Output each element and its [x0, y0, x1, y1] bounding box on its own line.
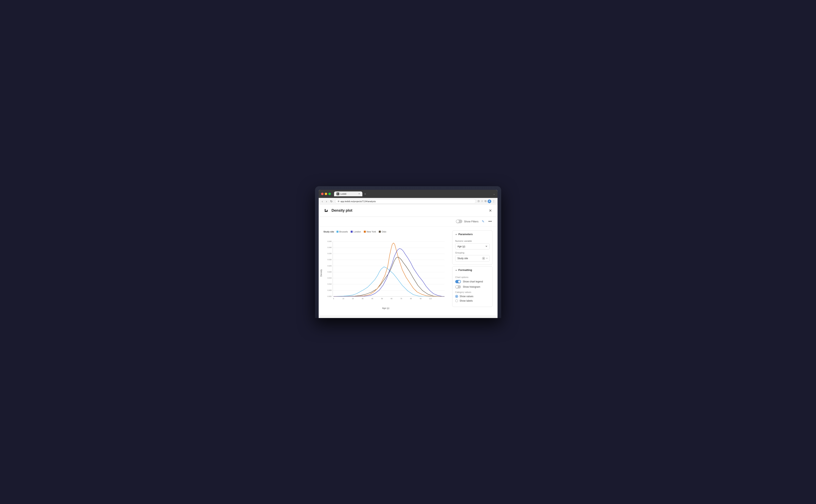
chart-legend: Study site Brussels London New York	[324, 230, 448, 233]
svg-text:0.000: 0.000	[327, 296, 332, 297]
svg-text:0.015: 0.015	[327, 277, 332, 279]
svg-text:66: 66	[391, 298, 393, 299]
address-bar-row: ‹ › ↻ ⊞ app.ledidi.no/projects/7134/anal…	[319, 198, 497, 205]
close-button[interactable]: ✕	[488, 208, 493, 214]
app-content: Density plot ✕ Show Filters ✎ •••	[319, 205, 497, 318]
svg-text:0.005: 0.005	[327, 290, 332, 291]
reload-button[interactable]: ↻	[329, 199, 334, 203]
svg-text:86: 86	[410, 298, 412, 299]
legend-color-oslo	[379, 231, 381, 233]
svg-text:0.030: 0.030	[327, 259, 332, 260]
numeric-variable-select[interactable]: Age (y)	[455, 243, 490, 249]
show-chart-legend-option: Show chart legend	[455, 280, 490, 283]
chart-area: Study site Brussels London New York	[324, 230, 448, 311]
tab-close-button[interactable]: ✕	[358, 193, 360, 195]
legend-item-oslo: Oslo	[379, 230, 386, 233]
reader-mode-icon[interactable]: ⊙	[477, 200, 480, 203]
show-labels-option[interactable]: Show labels	[455, 299, 490, 302]
svg-text:0.040: 0.040	[327, 247, 332, 248]
svg-text:0.020: 0.020	[327, 271, 332, 273]
show-labels-radio[interactable]	[455, 299, 458, 302]
density-chart: 0.000 0.005 0.010 0.015 0.020 0.025 0.03…	[324, 235, 448, 305]
toolbar: Show Filters ✎ •••	[319, 217, 497, 226]
browser-titlebar: L Ledidi ✕ + ⌄	[321, 191, 495, 198]
show-values-option[interactable]: Show values	[455, 295, 490, 298]
show-histogram-label: Show histogram	[463, 285, 480, 288]
browser-tab-active[interactable]: L Ledidi ✕	[334, 191, 362, 196]
legend-label-london: London	[354, 230, 361, 233]
filters-toggle-switch[interactable]	[456, 220, 462, 223]
svg-text:36: 36	[362, 298, 364, 299]
parameters-header[interactable]: ▲ Parameters	[452, 231, 492, 238]
menu-icon[interactable]: ⋮	[492, 200, 495, 203]
show-chart-legend-toggle[interactable]	[455, 280, 461, 283]
formatting-header[interactable]: ▲ Formatting	[452, 266, 492, 274]
show-filters-toggle[interactable]: Show Filters	[456, 220, 478, 223]
svg-text:26: 26	[352, 298, 354, 299]
legend-title: Study site	[324, 230, 334, 233]
show-histogram-option: Show histogram	[455, 285, 490, 288]
formatting-section: ▲ Formatting Chart options Show chart le…	[452, 266, 493, 307]
traffic-light-minimize[interactable]	[325, 193, 327, 195]
laptop-frame: L Ledidi ✕ + ⌄ ‹ › ↻ ⊞ app.ledidi.no/pro…	[315, 186, 501, 318]
y-axis-label: Density	[320, 269, 322, 277]
svg-text:96: 96	[420, 298, 422, 299]
traffic-light-maximize[interactable]	[328, 193, 331, 195]
grouping-value: Study site	[457, 257, 481, 260]
forward-button[interactable]: ›	[325, 199, 328, 203]
screen: L Ledidi ✕ + ⌄ ‹ › ↻ ⊞ app.ledidi.no/pro…	[319, 190, 497, 318]
svg-text:6: 6	[333, 298, 334, 299]
x-axis-label: Age (y)	[324, 307, 448, 309]
chart-options-label: Chart options	[455, 276, 490, 278]
chart-container: Density	[324, 235, 448, 311]
grouping-chevron-icon: ▾	[486, 257, 487, 259]
show-values-radio-inner	[456, 296, 457, 297]
traffic-lights	[321, 193, 331, 195]
grouping-select[interactable]: Study site ✕ ▾	[455, 255, 490, 262]
svg-text:56: 56	[381, 298, 383, 299]
new-tab-button[interactable]: +	[363, 192, 367, 195]
parameters-section: ▲ Parameters Numeric variable Age (y) Gr…	[452, 230, 493, 265]
legend-item-brussels: Brussels	[337, 230, 348, 233]
parameters-body: Numeric variable Age (y) Grouping Study …	[452, 240, 492, 264]
svg-text:76: 76	[400, 298, 402, 299]
more-options-button[interactable]: •••	[488, 219, 493, 224]
traffic-light-close[interactable]	[321, 193, 324, 195]
bookmark-icon[interactable]: ☆	[481, 200, 483, 203]
app-header: Density plot ✕	[319, 205, 497, 217]
extensions-icon[interactable]: ⧉	[485, 200, 486, 203]
svg-text:46: 46	[371, 298, 373, 299]
parameters-chevron-icon: ▲	[455, 233, 457, 235]
svg-text:0.025: 0.025	[327, 265, 332, 267]
legend-item-newyork: New York	[364, 230, 376, 233]
main-layout: Study site Brussels London New York	[319, 226, 497, 315]
chart-legend-toggle-knob	[458, 280, 460, 283]
grouping-label: Grouping	[455, 251, 490, 254]
browser-window-controls: ⌄	[493, 192, 495, 195]
legend-label-brussels: Brussels	[339, 230, 348, 233]
parameters-title: Parameters	[458, 233, 473, 236]
grouping-clear-button[interactable]: ✕	[482, 257, 485, 260]
edit-icon-button[interactable]: ✎	[481, 219, 485, 224]
svg-text:110: 110	[429, 298, 432, 299]
app-logo	[324, 208, 329, 213]
legend-item-london: London	[351, 230, 361, 233]
show-values-radio[interactable]	[455, 295, 458, 298]
back-button[interactable]: ‹	[321, 199, 324, 203]
address-url: app.ledidi.no/projects/7134/analysis	[341, 200, 376, 203]
svg-text:16: 16	[342, 298, 344, 299]
tab-favicon: L	[337, 192, 339, 195]
right-panel: ▲ Parameters Numeric variable Age (y) Gr…	[452, 230, 493, 311]
svg-text:0.045: 0.045	[327, 241, 332, 242]
show-labels-label: Show labels	[460, 299, 473, 302]
formatting-title: Formatting	[458, 268, 472, 272]
profile-icon[interactable]: A	[488, 200, 491, 203]
show-chart-legend-label: Show chart legend	[463, 280, 483, 283]
show-filters-label: Show Filters	[464, 220, 478, 223]
legend-color-brussels	[337, 231, 339, 233]
show-histogram-toggle[interactable]	[455, 285, 461, 288]
address-bar[interactable]: ⊞ app.ledidi.no/projects/7134/analysis	[335, 199, 476, 204]
tab-bar: L Ledidi ✕ +	[334, 191, 491, 196]
browser-chrome: L Ledidi ✕ + ⌄	[319, 190, 497, 198]
address-favicon: ⊞	[338, 200, 339, 202]
